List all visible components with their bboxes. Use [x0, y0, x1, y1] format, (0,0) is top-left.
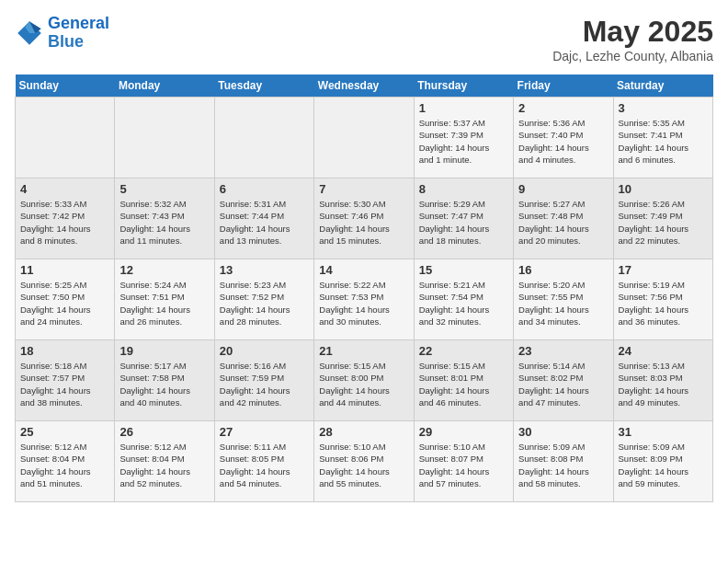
calendar-cell: 1Sunrise: 5:37 AM Sunset: 7:39 PM Daylig… [414, 98, 513, 178]
day-info: Sunrise: 5:32 AM Sunset: 7:43 PM Dayligh… [119, 198, 209, 247]
calendar-body: 1Sunrise: 5:37 AM Sunset: 7:39 PM Daylig… [16, 98, 713, 502]
calendar-cell: 25Sunrise: 5:12 AM Sunset: 8:04 PM Dayli… [16, 421, 115, 502]
day-number: 8 [419, 182, 508, 196]
day-info: Sunrise: 5:16 AM Sunset: 7:59 PM Dayligh… [220, 360, 309, 408]
day-number: 14 [319, 263, 408, 277]
calendar-cell: 13Sunrise: 5:23 AM Sunset: 7:52 PM Dayli… [214, 259, 313, 340]
calendar-cell: 20Sunrise: 5:16 AM Sunset: 7:59 PM Dayli… [214, 340, 313, 421]
calendar-cell: 18Sunrise: 5:18 AM Sunset: 7:57 PM Dayli… [16, 340, 115, 421]
day-info: Sunrise: 5:15 AM Sunset: 8:00 PM Dayligh… [319, 360, 408, 408]
day-number: 12 [119, 263, 209, 277]
day-info: Sunrise: 5:25 AM Sunset: 7:50 PM Dayligh… [20, 279, 109, 327]
day-number: 15 [419, 263, 508, 277]
day-info: Sunrise: 5:19 AM Sunset: 7:56 PM Dayligh… [619, 279, 708, 327]
calendar-week-5: 25Sunrise: 5:12 AM Sunset: 8:04 PM Dayli… [16, 421, 713, 502]
calendar-week-4: 18Sunrise: 5:18 AM Sunset: 7:57 PM Dayli… [16, 340, 713, 421]
day-number: 31 [619, 425, 708, 439]
day-number: 2 [518, 101, 608, 115]
day-number: 7 [319, 182, 408, 196]
day-number: 23 [518, 344, 608, 358]
day-number: 27 [220, 425, 309, 439]
day-info: Sunrise: 5:10 AM Sunset: 8:07 PM Dayligh… [419, 441, 508, 489]
calendar-header-row: SundayMondayTuesdayWednesdayThursdayFrid… [16, 75, 713, 98]
location: Dajc, Lezhe County, Albania [552, 49, 713, 63]
day-number: 16 [518, 263, 608, 277]
calendar-cell: 28Sunrise: 5:10 AM Sunset: 8:06 PM Dayli… [314, 421, 414, 502]
calendar-cell: 2Sunrise: 5:36 AM Sunset: 7:40 PM Daylig… [514, 98, 613, 178]
day-number: 5 [119, 182, 209, 196]
day-info: Sunrise: 5:37 AM Sunset: 7:39 PM Dayligh… [419, 117, 508, 166]
calendar-cell: 3Sunrise: 5:35 AM Sunset: 7:41 PM Daylig… [613, 98, 712, 178]
month-title: May 2025 [552, 15, 713, 49]
calendar-cell: 21Sunrise: 5:15 AM Sunset: 8:00 PM Dayli… [314, 340, 414, 421]
day-number: 25 [20, 425, 109, 439]
day-header-sunday: Sunday [16, 75, 115, 98]
day-info: Sunrise: 5:27 AM Sunset: 7:48 PM Dayligh… [518, 198, 608, 247]
day-info: Sunrise: 5:12 AM Sunset: 8:04 PM Dayligh… [20, 441, 109, 489]
day-number: 28 [319, 425, 408, 439]
day-header-monday: Monday [115, 75, 214, 98]
calendar-cell: 14Sunrise: 5:22 AM Sunset: 7:53 PM Dayli… [314, 259, 414, 340]
calendar-cell: 16Sunrise: 5:20 AM Sunset: 7:55 PM Dayli… [514, 259, 613, 340]
calendar-cell [16, 98, 115, 178]
calendar-cell: 15Sunrise: 5:21 AM Sunset: 7:54 PM Dayli… [414, 259, 513, 340]
day-info: Sunrise: 5:09 AM Sunset: 8:09 PM Dayligh… [619, 441, 708, 489]
day-info: Sunrise: 5:15 AM Sunset: 8:01 PM Dayligh… [419, 360, 508, 408]
day-number: 18 [20, 344, 109, 358]
day-number: 3 [619, 101, 708, 115]
day-info: Sunrise: 5:33 AM Sunset: 7:42 PM Dayligh… [20, 198, 109, 247]
day-info: Sunrise: 5:20 AM Sunset: 7:55 PM Dayligh… [518, 279, 608, 327]
day-number: 26 [119, 425, 209, 439]
day-info: Sunrise: 5:17 AM Sunset: 7:58 PM Dayligh… [119, 360, 209, 408]
day-info: Sunrise: 5:22 AM Sunset: 7:53 PM Dayligh… [319, 279, 408, 327]
day-info: Sunrise: 5:21 AM Sunset: 7:54 PM Dayligh… [419, 279, 508, 327]
calendar-cell: 6Sunrise: 5:31 AM Sunset: 7:44 PM Daylig… [214, 178, 313, 259]
day-number: 19 [119, 344, 209, 358]
calendar-cell: 31Sunrise: 5:09 AM Sunset: 8:09 PM Dayli… [613, 421, 712, 502]
calendar-cell: 11Sunrise: 5:25 AM Sunset: 7:50 PM Dayli… [16, 259, 115, 340]
day-number: 11 [20, 263, 109, 277]
day-header-tuesday: Tuesday [214, 75, 313, 98]
day-info: Sunrise: 5:10 AM Sunset: 8:06 PM Dayligh… [319, 441, 408, 489]
day-info: Sunrise: 5:14 AM Sunset: 8:02 PM Dayligh… [518, 360, 608, 408]
page-header: General Blue May 2025 Dajc, Lezhe County… [15, 15, 713, 63]
logo-icon [15, 18, 44, 48]
calendar-cell: 29Sunrise: 5:10 AM Sunset: 8:07 PM Dayli… [414, 421, 513, 502]
logo-text: General Blue [48, 15, 109, 52]
day-number: 29 [419, 425, 508, 439]
calendar-week-3: 11Sunrise: 5:25 AM Sunset: 7:50 PM Dayli… [16, 259, 713, 340]
calendar-table: SundayMondayTuesdayWednesdayThursdayFrid… [15, 75, 713, 502]
day-number: 4 [20, 182, 109, 196]
calendar-cell: 17Sunrise: 5:19 AM Sunset: 7:56 PM Dayli… [613, 259, 712, 340]
calendar-cell: 24Sunrise: 5:13 AM Sunset: 8:03 PM Dayli… [613, 340, 712, 421]
logo-line1: General [48, 14, 109, 32]
day-number: 20 [220, 344, 309, 358]
calendar-cell: 19Sunrise: 5:17 AM Sunset: 7:58 PM Dayli… [115, 340, 214, 421]
calendar-cell: 10Sunrise: 5:26 AM Sunset: 7:49 PM Dayli… [613, 178, 712, 259]
calendar-cell: 4Sunrise: 5:33 AM Sunset: 7:42 PM Daylig… [16, 178, 115, 259]
title-block: May 2025 Dajc, Lezhe County, Albania [552, 15, 713, 63]
day-header-saturday: Saturday [613, 75, 712, 98]
day-info: Sunrise: 5:26 AM Sunset: 7:49 PM Dayligh… [619, 198, 708, 247]
day-number: 24 [619, 344, 708, 358]
day-info: Sunrise: 5:12 AM Sunset: 8:04 PM Dayligh… [119, 441, 209, 489]
day-number: 30 [518, 425, 608, 439]
day-info: Sunrise: 5:30 AM Sunset: 7:46 PM Dayligh… [319, 198, 408, 247]
day-header-friday: Friday [514, 75, 613, 98]
logo: General Blue [15, 15, 109, 52]
day-number: 6 [220, 182, 309, 196]
day-number: 17 [619, 263, 708, 277]
day-info: Sunrise: 5:11 AM Sunset: 8:05 PM Dayligh… [220, 441, 309, 489]
calendar-cell: 23Sunrise: 5:14 AM Sunset: 8:02 PM Dayli… [514, 340, 613, 421]
calendar-cell: 30Sunrise: 5:09 AM Sunset: 8:08 PM Dayli… [514, 421, 613, 502]
logo-line2: Blue [48, 32, 84, 51]
calendar-cell [214, 98, 313, 178]
calendar-cell: 8Sunrise: 5:29 AM Sunset: 7:47 PM Daylig… [414, 178, 513, 259]
day-info: Sunrise: 5:09 AM Sunset: 8:08 PM Dayligh… [518, 441, 608, 489]
calendar-cell: 9Sunrise: 5:27 AM Sunset: 7:48 PM Daylig… [514, 178, 613, 259]
calendar-cell [115, 98, 214, 178]
day-header-wednesday: Wednesday [314, 75, 414, 98]
calendar-cell: 22Sunrise: 5:15 AM Sunset: 8:01 PM Dayli… [414, 340, 513, 421]
day-header-thursday: Thursday [414, 75, 513, 98]
day-info: Sunrise: 5:29 AM Sunset: 7:47 PM Dayligh… [419, 198, 508, 247]
